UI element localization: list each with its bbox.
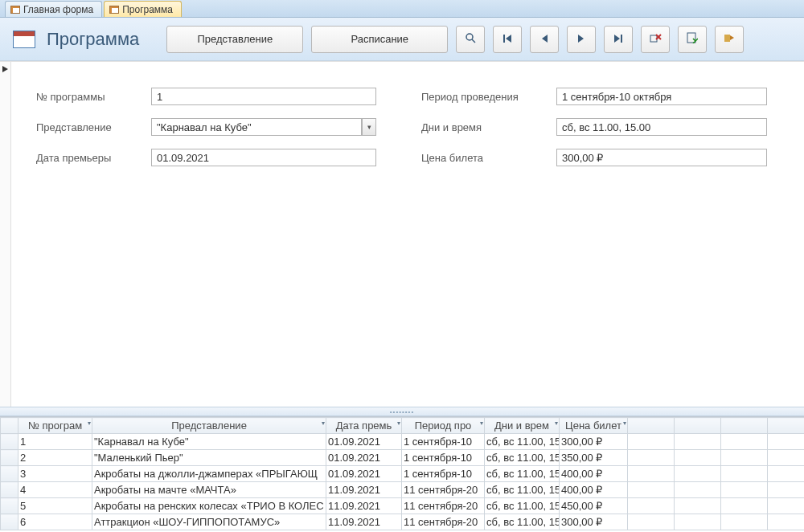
cell-period[interactable]: 11 сентября-20 [402,514,485,530]
cell-x1[interactable] [628,498,675,514]
column-dropdown-icon[interactable]: ▾ [480,419,483,427]
tab-main-form[interactable]: Главная форма [5,1,102,17]
cell-days[interactable]: сб, вс 11.00, 15 [485,514,560,530]
close-form-button[interactable] [715,26,744,53]
cell-price[interactable]: 400,00 ₽ [560,466,628,482]
row-selector[interactable] [1,434,18,450]
column-header-rowhead[interactable] [1,418,18,434]
column-header-show[interactable]: Представление▾ [92,418,326,434]
cell-no[interactable]: 1 [18,434,92,450]
tab-programma[interactable]: Программа [104,1,182,17]
input-period[interactable] [556,88,767,105]
cell-premiere[interactable]: 01.09.2021 [326,434,402,450]
show-dropdown-button[interactable]: ▾ [362,118,376,136]
view-button[interactable]: Представление [166,26,303,53]
cell-x2[interactable] [675,498,721,514]
row-selector[interactable] [1,482,18,498]
cell-price[interactable]: 300,00 ₽ [560,434,628,450]
cell-premiere[interactable]: 11.09.2021 [326,514,402,530]
schedule-button[interactable]: Расписание [311,26,448,53]
row-selector[interactable] [1,514,18,530]
table-row[interactable]: 3Акробаты на джолли-джамперах «ПРЫГАЮЩ01… [1,466,805,482]
first-record-button[interactable] [493,26,522,53]
cell-x1[interactable] [628,450,675,466]
cell-x1[interactable] [628,466,675,482]
table-row[interactable]: 5Акробаты на ренских колесах «ТРИО В КОЛ… [1,498,805,514]
cell-price[interactable]: 450,00 ₽ [560,498,628,514]
row-selector[interactable] [1,466,18,482]
cell-price[interactable]: 400,00 ₽ [560,482,628,498]
column-header-period[interactable]: Период про▾ [402,418,485,434]
delete-record-button[interactable] [641,26,670,53]
form-splitter[interactable]: •••••••• [0,407,804,416]
cell-x3[interactable] [721,482,768,498]
cell-show[interactable]: Акробаты на мачте «МАЧТА» [92,482,326,498]
column-dropdown-icon[interactable]: ▾ [623,419,626,427]
cell-x3[interactable] [721,466,768,482]
table-row[interactable]: 1"Карнавал на Кубе"01.09.20211 сентября-… [1,434,805,450]
cell-period[interactable]: 1 сентября-10 [402,466,485,482]
cell-show[interactable]: Акробаты на ренских колесах «ТРИО В КОЛЕ… [92,498,326,514]
column-dropdown-icon[interactable]: ▾ [88,419,91,427]
cell-no[interactable]: 6 [18,514,92,530]
cell-no[interactable]: 2 [18,450,92,466]
cell-x4[interactable] [768,434,805,450]
cell-period[interactable]: 1 сентября-10 [402,450,485,466]
column-header-days[interactable]: Дни и врем▾ [485,418,560,434]
cell-show[interactable]: "Маленький Пьер" [92,450,326,466]
input-price[interactable] [556,149,767,166]
cell-price[interactable]: 350,00 ₽ [560,450,628,466]
cell-x3[interactable] [721,514,768,530]
cell-x2[interactable] [675,466,721,482]
cell-period[interactable]: 11 сентября-20 [402,482,485,498]
cell-days[interactable]: сб, вс 11.00, 15 [485,482,560,498]
column-header-x1[interactable] [628,418,675,434]
cell-no[interactable]: 3 [18,466,92,482]
cell-x1[interactable] [628,434,675,450]
table-row[interactable]: 4Акробаты на мачте «МАЧТА»11.09.202111 с… [1,482,805,498]
cell-show[interactable]: "Карнавал на Кубе" [92,434,326,450]
cell-no[interactable]: 5 [18,498,92,514]
cell-premiere[interactable]: 11.09.2021 [326,498,402,514]
cell-x3[interactable] [721,498,768,514]
column-header-premiere[interactable]: Дата премь▾ [326,418,402,434]
cell-x3[interactable] [721,434,768,450]
column-header-x4[interactable] [768,418,805,434]
cell-show[interactable]: Аттракцион «ШОУ-ГИППОПОТАМУС» [92,514,326,530]
cell-x4[interactable] [768,466,805,482]
next-record-button[interactable] [567,26,596,53]
column-dropdown-icon[interactable]: ▾ [555,419,558,427]
cell-period[interactable]: 1 сентября-10 [402,434,485,450]
table-row[interactable]: 2"Маленький Пьер"01.09.20211 сентября-10… [1,450,805,466]
row-selector[interactable] [1,498,18,514]
cell-days[interactable]: сб, вс 11.00, 15 [485,466,560,482]
column-header-price[interactable]: Цена билет▾ [560,418,628,434]
input-program-no[interactable] [151,88,376,105]
record-selector[interactable] [0,62,11,407]
search-button[interactable] [456,26,485,53]
cell-period[interactable]: 11 сентября-20 [402,498,485,514]
save-record-button[interactable] [678,26,707,53]
cell-x4[interactable] [768,450,805,466]
cell-days[interactable]: сб, вс 11.00, 15 [485,434,560,450]
cell-premiere[interactable]: 01.09.2021 [326,466,402,482]
cell-x2[interactable] [675,482,721,498]
cell-x3[interactable] [721,450,768,466]
cell-show[interactable]: Акробаты на джолли-джамперах «ПРЫГАЮЩ [92,466,326,482]
row-selector[interactable] [1,450,18,466]
column-header-no[interactable]: № програм▾ [18,418,92,434]
column-dropdown-icon[interactable]: ▾ [322,419,325,427]
column-dropdown-icon[interactable]: ▾ [397,419,400,427]
last-record-button[interactable] [604,26,633,53]
cell-x4[interactable] [768,482,805,498]
cell-x4[interactable] [768,514,805,530]
prev-record-button[interactable] [530,26,559,53]
cell-x2[interactable] [675,434,721,450]
table-row[interactable]: 6Аттракцион «ШОУ-ГИППОПОТАМУС»11.09.2021… [1,514,805,530]
input-premiere[interactable] [151,149,376,166]
column-header-x2[interactable] [675,418,721,434]
cell-days[interactable]: сб, вс 11.00, 15 [485,498,560,514]
cell-x1[interactable] [628,514,675,530]
cell-x1[interactable] [628,482,675,498]
cell-x2[interactable] [675,514,721,530]
